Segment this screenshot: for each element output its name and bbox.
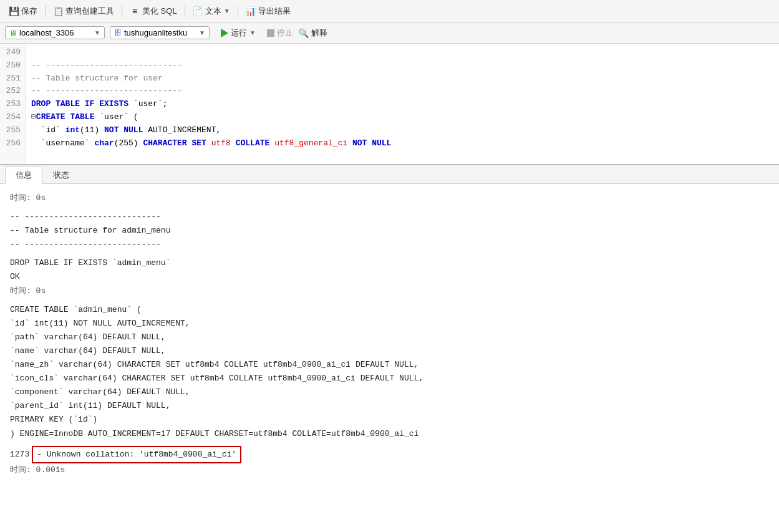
query-builder-button[interactable]: 📋 查询创建工具 [49,4,118,18]
server-arrow-icon: ▼ [94,29,100,36]
export-results-icon: 📊 [246,6,256,16]
table-comment: -- Table structure for admin_menu [10,224,769,238]
result-block-4: CREATE TABLE `admin_menu` ( `id` int(11)… [10,303,769,441]
database-icon: 🗄 [114,29,122,37]
col-component: `component` varchar(64) DEFAULT NULL, [10,385,769,399]
col-icon-cls: `icon_cls` varchar(64) CHARACTER SET utf… [10,372,769,385]
col-parent-id: `parent_id` int(11) DEFAULT NULL, [10,399,769,413]
database-arrow-icon: ▼ [199,29,205,36]
time-label-1: 时间: 0s [10,193,46,203]
separator1 [45,5,46,17]
server-name: localhost_3306 [19,28,74,37]
run-button[interactable]: 运行 ▼ [215,26,262,40]
export-results-label: 导出结果 [258,6,291,17]
results-tabs: 信息 状态 [0,165,779,184]
sql-editor[interactable]: 249 250 251 252 253 254 255 256 -- -----… [0,44,779,165]
export-results-button[interactable]: 📊 导出结果 [242,4,294,18]
error-number: 1273 [10,448,29,462]
beautify-sql-label: 美化 SQL [142,6,177,17]
stop-icon [267,29,274,37]
query-builder-icon: 📋 [53,6,63,16]
toolbar: 💾 保存 📋 查询创建工具 ≡ 美化 SQL 📄 文本 ▼ 📊 导出结果 [0,0,779,22]
server-icon: 🖥 [9,29,17,37]
stop-label: 停止 [277,27,293,39]
separator4 [238,5,238,17]
text-icon: 📄 [193,6,203,16]
save-button[interactable]: 💾 保存 [5,4,41,18]
query-builder-label: 查询创建工具 [65,6,114,17]
col-name-zh: `name_zh` varchar(64) CHARACTER SET utf8… [10,358,769,372]
result-block-3: DROP TABLE IF EXISTS `admin_menu` OK 时间:… [10,256,769,297]
col-primary-key: PRIMARY KEY (`id`) [10,413,769,427]
tab-status[interactable]: 状态 [42,167,80,183]
beautify-sql-icon: ≡ [130,6,140,16]
tab-info[interactable]: 信息 [5,167,42,184]
database-name: tushuguanlitestku [124,28,187,37]
time-label-2: 时间: 0s [10,284,769,298]
separator-2: -- ---------------------------- [10,238,769,251]
error-message: - Unknown collation: 'utf8mb4_0900_ai_ci… [32,446,241,463]
database-selector[interactable]: 🗄 tushuguanlitestku ▼ [110,26,210,39]
engine-line: ) ENGINE=InnoDB AUTO_INCREMENT=17 DEFAUL… [10,427,769,441]
beautify-sql-button[interactable]: ≡ 美化 SQL [126,4,181,18]
run-label: 运行 [231,27,247,39]
col-path: `path` varchar(64) DEFAULT NULL, [10,331,769,344]
results-content: 时间: 0s -- ---------------------------- -… [0,184,779,532]
line-numbers: 249 250 251 252 253 254 255 256 [0,44,26,164]
server-selector[interactable]: 🖥 localhost_3306 ▼ [5,26,105,39]
separator2 [122,5,122,17]
result-block-2: -- ---------------------------- -- Table… [10,210,769,251]
separator3 [185,5,185,17]
code-content[interactable]: -- ---------------------------- -- Table… [26,44,779,164]
result-block-error: 1273- Unknown collation: 'utf8mb4_0900_a… [10,446,769,477]
separator-1: -- ---------------------------- [10,210,769,224]
ok-text: OK [10,270,769,284]
col-id: `id` int(11) NOT NULL AUTO_INCREMENT, [10,317,769,331]
explain-label: 解释 [311,27,327,39]
create-statement: CREATE TABLE `admin_menu` ( [10,303,769,317]
text-label: 文本 [205,6,221,17]
time-label-3: 时间: 0.001s [10,463,769,477]
connection-bar: 🖥 localhost_3306 ▼ 🗄 tushuguanlitestku ▼… [0,22,779,44]
play-icon [221,29,228,37]
explain-button[interactable]: 🔍 解释 [298,27,327,39]
explain-icon: 🔍 [298,28,309,38]
save-label: 保存 [21,6,37,17]
stop-button[interactable]: 停止 [267,27,293,39]
result-block-1: 时间: 0s [10,191,769,205]
main-area: 249 250 251 252 253 254 255 256 -- -----… [0,44,779,532]
col-name: `name` varchar(64) DEFAULT NULL, [10,344,769,358]
error-line: 1273- Unknown collation: 'utf8mb4_0900_a… [10,446,769,463]
save-icon: 💾 [9,6,19,16]
drop-statement: DROP TABLE IF EXISTS `admin_menu` [10,256,769,270]
text-button[interactable]: 📄 文本 ▼ [189,4,234,18]
